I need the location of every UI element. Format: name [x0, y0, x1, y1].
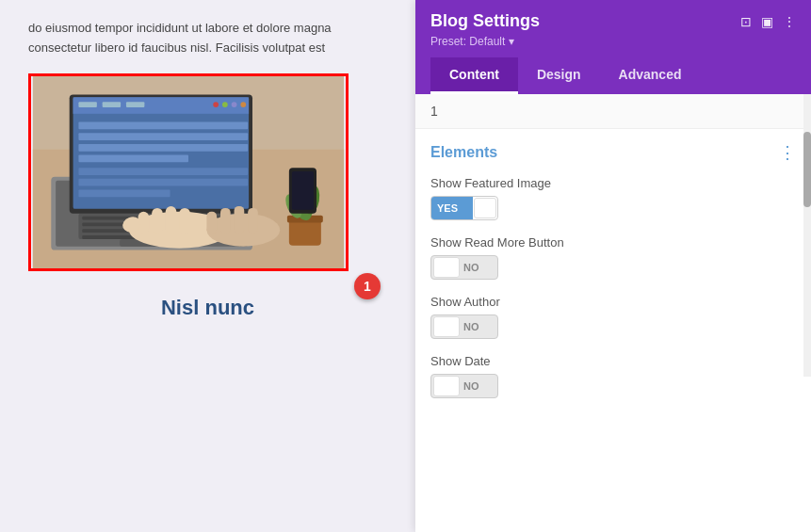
toggle-thumb-off-2 — [433, 316, 460, 337]
date-label: Show Date — [430, 354, 796, 368]
svg-rect-32 — [179, 207, 190, 233]
toggle-no-label-3: NO — [462, 380, 479, 392]
layout-icon[interactable]: ▣ — [761, 14, 773, 29]
featured-image-toggle-row: YES — [430, 196, 796, 220]
svg-point-17 — [222, 102, 228, 107]
preset-label: Preset: Default — [430, 35, 505, 48]
author-label: Show Author — [430, 295, 796, 309]
setting-featured-image: Show Featured Image YES — [430, 176, 796, 220]
svg-rect-15 — [126, 102, 144, 107]
panel-title-row: Blog Settings ⊡ ▣ ⋮ — [430, 11, 796, 31]
svg-rect-34 — [206, 211, 217, 233]
laptop-scene — [31, 76, 346, 268]
svg-rect-37 — [248, 207, 258, 233]
more-options-icon[interactable]: ⋮ — [783, 14, 796, 29]
date-toggle-row: NO — [430, 374, 796, 398]
svg-rect-14 — [103, 102, 121, 107]
number-row: 1 — [415, 94, 811, 129]
svg-point-18 — [232, 102, 237, 107]
toggle-yes-label: YES — [431, 197, 473, 219]
author-toggle-row: NO — [430, 314, 796, 339]
setting-date: Show Date NO — [430, 354, 796, 398]
svg-rect-23 — [78, 154, 188, 162]
scrollbar-track — [803, 94, 811, 377]
preset-arrow-icon: ▾ — [509, 35, 514, 48]
setting-read-more: Show Read More Button NO — [430, 235, 796, 280]
svg-rect-35 — [220, 207, 231, 233]
blog-image-wrapper — [28, 73, 349, 271]
panel-header: Blog Settings ⊡ ▣ ⋮ Preset: Default ▾ Co… — [415, 0, 811, 94]
tab-design[interactable]: Design — [518, 57, 600, 94]
elements-section: Elements ⋮ Show Featured Image YES Show … — [415, 129, 811, 427]
intro-text: do eiusmod tempor incididunt ut labore e… — [28, 19, 387, 58]
svg-rect-20 — [78, 121, 248, 129]
tabs-row: Content Design Advanced — [430, 57, 796, 94]
svg-point-16 — [213, 102, 219, 107]
featured-image-toggle[interactable]: YES — [430, 196, 498, 220]
setting-author: Show Author NO — [430, 295, 796, 339]
toggle-thumb-off — [433, 257, 460, 278]
toggle-no-label-2: NO — [462, 321, 479, 332]
toggle-thumb-off-3 — [433, 376, 460, 396]
svg-rect-22 — [78, 143, 248, 151]
preset-row[interactable]: Preset: Default ▾ — [430, 35, 796, 48]
featured-image-label: Show Featured Image — [430, 176, 796, 190]
svg-rect-31 — [166, 206, 177, 234]
date-toggle[interactable]: NO — [430, 374, 498, 398]
svg-rect-44 — [292, 171, 314, 210]
svg-rect-25 — [78, 178, 248, 185]
svg-rect-24 — [78, 168, 248, 175]
read-more-toggle-row: NO — [430, 255, 796, 280]
tab-content[interactable]: Content — [430, 57, 518, 94]
svg-rect-21 — [78, 133, 248, 140]
elements-menu-icon[interactable]: ⋮ — [779, 142, 796, 163]
panel-body: 1 Elements ⋮ Show Featured Image YES Sho… — [415, 94, 811, 532]
resize-icon[interactable]: ⊡ — [740, 14, 752, 29]
toggle-thumb-on — [474, 198, 496, 218]
tab-advanced[interactable]: Advanced — [600, 57, 701, 94]
left-panel: do eiusmod tempor incididunt ut labore e… — [0, 0, 415, 532]
number-value: 1 — [430, 104, 438, 119]
blog-post-title: Nisl nunc — [28, 296, 387, 320]
svg-rect-13 — [78, 102, 96, 107]
svg-rect-36 — [235, 206, 245, 234]
svg-rect-26 — [78, 189, 170, 197]
read-more-label: Show Read More Button — [430, 235, 796, 250]
step-badge: 1 — [354, 273, 381, 299]
read-more-toggle[interactable]: NO — [430, 255, 498, 280]
panel-title: Blog Settings — [430, 11, 540, 31]
svg-rect-30 — [152, 207, 163, 233]
author-toggle[interactable]: NO — [430, 314, 498, 339]
svg-point-19 — [240, 102, 246, 107]
panel-header-icons: ⊡ ▣ ⋮ — [740, 14, 796, 29]
right-panel: Blog Settings ⊡ ▣ ⋮ Preset: Default ▾ Co… — [415, 0, 811, 532]
toggle-no-label: NO — [462, 262, 479, 273]
scrollbar-thumb[interactable] — [803, 132, 811, 207]
elements-header: Elements ⋮ — [430, 142, 796, 163]
elements-title: Elements — [430, 144, 497, 161]
